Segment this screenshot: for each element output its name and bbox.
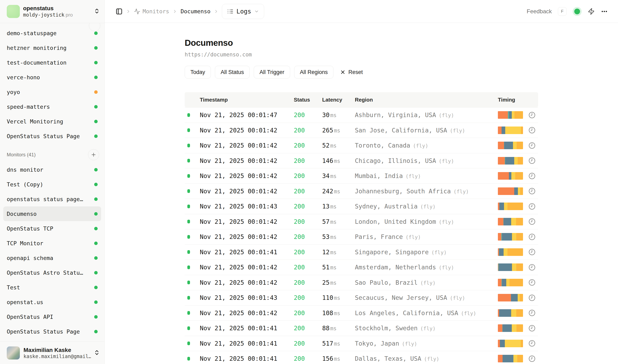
workspace-switcher[interactable]: openstatus moldy-joystickpro [0,0,104,23]
clock-icon [528,294,535,301]
view-selector-logs[interactable]: Logs [222,4,264,19]
timing-segment-ttfb [512,111,515,119]
row-status-indicator [187,205,190,208]
sidebar-scroll-area[interactable]: demo-statuspage hetzner monitoring test-… [0,23,104,341]
table-row[interactable]: Nov 21, 2025 00:01:47 200 30ms Ashburn, … [185,107,538,123]
row-status-code: 200 [294,203,322,210]
user-menu[interactable]: Maximilian Kaske kaske.maximilian@gmail… [0,341,104,364]
sidebar-monitor-item[interactable]: openstat.us [3,295,101,310]
sidebar-status-page-item[interactable]: demo-statuspage [3,26,101,40]
sidebar-monitor-item[interactable]: Test (Copy) [3,177,101,192]
timing-segment-tls [502,233,512,241]
table-row[interactable]: Nov 21, 2025 00:01:42 200 108ms Los Ange… [185,305,538,321]
column-header-status[interactable]: Status [294,97,322,103]
timing-segment-transfer [520,294,523,301]
row-status-indicator [187,341,190,345]
timing-segment-dns [498,187,514,195]
sidebar-monitor-item-selected[interactable]: Documenso [3,207,101,221]
table-row[interactable]: Nov 21, 2025 00:01:42 200 242ms Johannes… [185,183,538,199]
column-header-timestamp[interactable]: Timestamp [200,97,294,103]
row-status-indicator [187,128,190,132]
regions-filter-button[interactable]: All Regions [294,66,334,78]
add-monitor-button[interactable] [88,149,99,160]
table-row[interactable]: Nov 21, 2025 00:01:42 200 52ms Toronto, … [185,138,538,153]
table-row[interactable]: Nov 21, 2025 00:01:41 200 156ms Dallas, … [185,351,538,364]
row-region: Paris, France(fly) [355,233,498,240]
sidebar-monitor-item[interactable]: OpenStatus Astro Statu… [3,265,101,280]
status-dot [94,134,98,138]
sidebar-item-label: OpenStatus Status Page [7,328,80,335]
table-row[interactable]: Nov 21, 2025 00:01:42 200 146ms Chicago,… [185,153,538,169]
status-filter-button[interactable]: All Status [215,66,250,78]
command-menu-button[interactable] [588,8,595,15]
table-row[interactable]: Nov 21, 2025 00:01:43 200 110ms Secaucus… [185,290,538,305]
timing-bar [498,218,523,225]
row-status-indicator [187,113,190,117]
clock-icon [528,310,535,316]
sidebar-status-page-item[interactable]: verce-hono [3,70,101,85]
workspace-name: openstatus [23,5,73,12]
timing-segment-transfer [520,187,523,195]
timing-segment-dns [498,157,505,165]
breadcrumb-monitors[interactable]: Monitors [134,8,169,14]
table-row[interactable]: Nov 21, 2025 00:01:41 200 88ms Stockholm… [185,321,538,336]
sidebar-status-page-item[interactable]: OpenStatus Status Page [3,129,101,143]
timing-segment-tls [499,263,512,271]
timing-segment-ttfb [506,279,510,286]
row-status-indicator [187,220,190,223]
sidebar-status-page-item[interactable]: hetzner monitoring [3,40,101,55]
row-latency: 30ms [322,111,355,118]
timing-bar [498,203,523,210]
more-options-button[interactable] [601,8,608,15]
timing-segment-tls [511,294,518,301]
sidebar-monitor-item[interactable]: TCP Monitor [3,236,101,251]
table-row[interactable]: Nov 21, 2025 00:01:42 200 265ms San Jose… [185,123,538,138]
table-row[interactable]: Nov 21, 2025 00:01:42 200 25ms Sao Paulo… [185,275,538,290]
trigger-filter-button[interactable]: All Trigger [254,66,290,78]
timing-segment-dns [498,203,499,210]
feedback-button[interactable]: Feedback [527,8,552,15]
row-region: Ashburn, Virginia, USA(fly) [355,111,498,118]
sidebar-monitor-item[interactable]: OpenStatus TCP [3,221,101,236]
reset-filters-button[interactable]: Reset [340,69,363,75]
column-header-timing[interactable]: Timing [498,97,538,103]
breadcrumb-documenso[interactable]: Documenso [180,8,210,14]
row-timestamp: Nov 21, 2025 00:01:42 [200,188,294,195]
row-timestamp: Nov 21, 2025 00:01:42 [200,157,294,164]
table-row[interactable]: Nov 21, 2025 00:01:42 200 57ms London, U… [185,214,538,229]
timing-segment-tls [499,309,511,317]
date-filter-button[interactable]: Today [185,66,211,78]
timing-segment-transfer [507,203,523,210]
sidebar-status-page-item[interactable]: speed-matters [3,99,101,114]
sidebar-monitor-item[interactable]: openapi schema [3,251,101,265]
row-timestamp: Nov 21, 2025 00:01:42 [200,264,294,271]
sidebar-status-page-item[interactable]: yoyo [3,85,101,99]
row-region: Sydney, Australia(fly) [355,203,498,210]
sidebar-status-page-item[interactable]: test-documentation [3,55,101,70]
table-row[interactable]: Nov 21, 2025 00:01:42 200 53ms Paris, Fr… [185,229,538,245]
timing-segment-ttfb [505,127,521,134]
table-row[interactable]: Nov 21, 2025 00:01:41 200 12ms Singapore… [185,245,538,260]
table-row[interactable]: Nov 21, 2025 00:01:42 200 51ms Amsterdam… [185,260,538,275]
status-dot [94,256,98,260]
table-row[interactable]: Nov 21, 2025 00:01:43 200 13ms Sydney, A… [185,199,538,214]
status-dot [94,212,98,216]
row-region: Toronto, Canada(fly) [355,142,498,149]
system-status-indicator[interactable] [574,9,580,14]
column-header-latency[interactable]: Latency [322,97,355,103]
status-dot [94,183,98,186]
timing-segment-ttfb [512,324,516,332]
table-row[interactable]: Nov 21, 2025 00:01:41 200 517ms Tokyo, J… [185,336,538,351]
row-status-code: 200 [294,111,322,118]
sidebar-monitor-item[interactable]: OpenStatus API [3,310,101,324]
timing-segment-dns [498,233,501,241]
sidebar-toggle-button[interactable] [116,8,123,15]
sidebar: openstatus moldy-joystickpro demo-status… [0,0,105,364]
sidebar-monitor-item[interactable]: openstatus status page… [3,192,101,207]
column-header-region[interactable]: Region [355,97,498,103]
sidebar-status-page-item[interactable]: Vercel Monitoring [3,114,101,129]
sidebar-monitor-item[interactable]: OpenStatus Status Page [3,324,101,339]
table-row[interactable]: Nov 21, 2025 00:01:42 200 34ms Mumbai, I… [185,168,538,183]
sidebar-monitor-item[interactable]: Test [3,280,101,295]
sidebar-monitor-item[interactable]: dns monitor [3,162,101,177]
